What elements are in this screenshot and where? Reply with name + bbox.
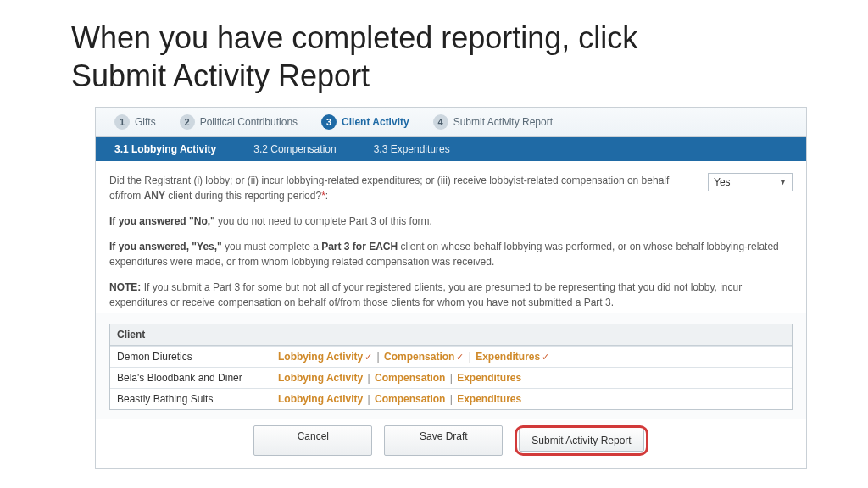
- submit-activity-report-button[interactable]: Submit Activity Report: [519, 430, 643, 452]
- slide-title: When you have completed reporting, click…: [71, 19, 732, 95]
- link-expenditures[interactable]: Expenditures: [457, 372, 521, 384]
- sub-tabs: 3.1 Lobbying Activity 3.2 Compensation 3…: [96, 137, 806, 161]
- separator: |: [447, 372, 455, 384]
- para-no-lead: If you answered "No,": [109, 215, 215, 227]
- save-draft-button[interactable]: Save Draft: [384, 425, 503, 456]
- para-yes-bold: Part 3 for EACH: [321, 241, 398, 252]
- tab-lobbying-activity[interactable]: 3.1 Lobbying Activity: [96, 137, 235, 161]
- link-expenditures[interactable]: Expenditures: [457, 393, 521, 405]
- para-yes-lead: If you answered, "Yes,": [109, 241, 222, 252]
- step-gifts[interactable]: 1 Gifts: [106, 113, 164, 131]
- step-number: 1: [114, 114, 130, 130]
- cancel-button[interactable]: Cancel: [253, 425, 372, 456]
- step-submit-activity-report[interactable]: 4 Submit Activity Report: [425, 113, 561, 131]
- client-table-header: Client: [110, 324, 792, 346]
- link-lobbying-activity[interactable]: Lobbying Activity: [278, 351, 363, 363]
- separator: |: [465, 351, 474, 363]
- step-label: Political Contributions: [200, 116, 298, 128]
- step-label: Submit Activity Report: [453, 116, 553, 128]
- para-note-lead: NOTE:: [109, 281, 141, 293]
- check-icon: ✓: [542, 352, 549, 362]
- table-row: Beastly Bathing Suits Lobbying Activity …: [110, 388, 792, 409]
- table-row: Bela's Bloodbank and Diner Lobbying Acti…: [110, 367, 792, 388]
- link-lobbying-activity[interactable]: Lobbying Activity: [278, 393, 363, 405]
- link-expenditures[interactable]: Expenditures: [476, 351, 540, 363]
- step-number: 4: [433, 114, 448, 130]
- client-links: Lobbying Activity | Compensation | Expen…: [278, 372, 785, 384]
- question-colon: :: [326, 190, 328, 202]
- step-client-activity[interactable]: 3 Client Activity: [313, 113, 418, 131]
- link-compensation[interactable]: Compensation: [375, 372, 445, 384]
- separator: |: [364, 372, 373, 384]
- app-frame: 1 Gifts 2 Political Contributions 3 Clie…: [95, 107, 807, 469]
- client-links: Lobbying Activity | Compensation | Expen…: [278, 393, 785, 405]
- step-political-contributions[interactable]: 2 Political Contributions: [171, 113, 306, 131]
- dropdown-value: Yes: [714, 176, 731, 188]
- para-yes-mid: you must complete a: [222, 241, 321, 252]
- client-name: Beastly Bathing Suits: [117, 393, 278, 405]
- paragraph-note: NOTE: If you submit a Part 3 for some bu…: [109, 280, 793, 310]
- para-note-rest: If you submit a Part 3 for some but not …: [109, 281, 742, 308]
- table-row: Demon Diuretics Lobbying Activity✓ | Com…: [110, 346, 792, 367]
- chevron-down-icon: ▼: [779, 178, 787, 186]
- separator: |: [364, 393, 373, 405]
- link-compensation[interactable]: Compensation: [384, 351, 454, 363]
- question-row: Did the Registrant (i) lobby; or (ii) in…: [109, 173, 793, 203]
- step-number: 2: [180, 114, 195, 130]
- question-any: ANY: [144, 190, 165, 202]
- check-icon: ✓: [456, 352, 464, 362]
- question-post: client during this reporting period?: [165, 190, 321, 202]
- para-no-rest: you do not need to complete Part 3 of th…: [215, 215, 432, 227]
- tab-compensation[interactable]: 3.2 Compensation: [235, 137, 354, 161]
- paragraph-no: If you answered "No," you do not need to…: [109, 214, 793, 229]
- form-content: Did the Registrant (i) lobby; or (ii) in…: [96, 161, 806, 313]
- client-name: Demon Diuretics: [117, 351, 278, 363]
- client-name: Bela's Bloodbank and Diner: [117, 372, 278, 384]
- link-lobbying-activity[interactable]: Lobbying Activity: [278, 372, 363, 384]
- link-compensation[interactable]: Compensation: [375, 393, 445, 405]
- step-number: 3: [321, 114, 337, 130]
- wizard-stepper: 1 Gifts 2 Political Contributions 3 Clie…: [96, 108, 806, 137]
- separator: |: [374, 351, 382, 363]
- button-bar: Cancel Save Draft Submit Activity Report: [96, 419, 806, 468]
- answer-dropdown[interactable]: Yes ▼: [708, 173, 793, 191]
- question-text: Did the Registrant (i) lobby; or (ii) in…: [109, 173, 691, 203]
- paragraph-yes: If you answered, "Yes," you must complet…: [109, 239, 793, 269]
- check-icon: ✓: [364, 352, 372, 362]
- client-table: Client Demon Diuretics Lobbying Activity…: [109, 324, 793, 410]
- tab-expenditures[interactable]: 3.3 Expenditures: [355, 137, 469, 161]
- step-label: Gifts: [135, 116, 156, 128]
- separator: |: [447, 393, 455, 405]
- highlight-ring: Submit Activity Report: [515, 425, 648, 456]
- client-links: Lobbying Activity✓ | Compensation✓ | Exp…: [278, 351, 785, 363]
- step-label: Client Activity: [342, 116, 409, 128]
